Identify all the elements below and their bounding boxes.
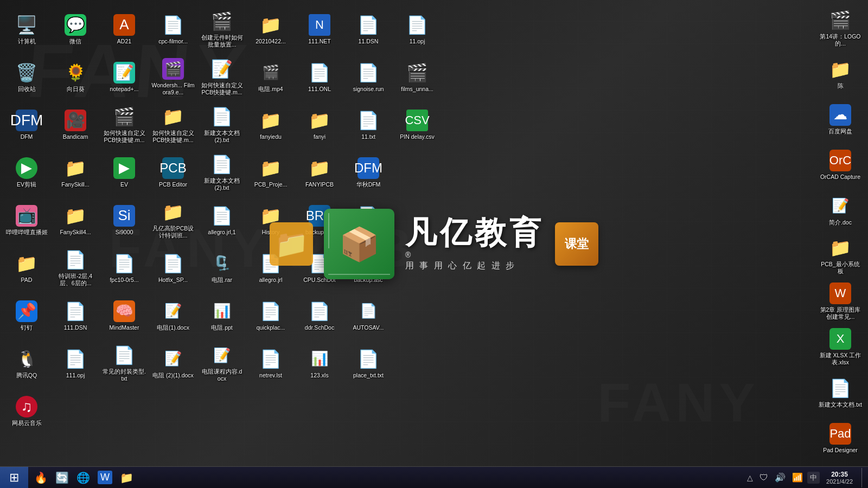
icon-20210422-folder[interactable]: 📁 20210422... <box>247 5 295 53</box>
taskbar-explorer[interactable]: 📁 <box>117 468 137 487</box>
icon-chapter2-doc[interactable]: W 第2章 原理图库创建常见... <box>816 279 864 324</box>
icon-backup-asc[interactable]: 📄 backup.asc <box>344 196 392 244</box>
start-button[interactable]: ⊞ <box>0 467 28 489</box>
icon-111opj[interactable]: 📄 111.opj <box>52 339 99 387</box>
icon-xlsx[interactable]: X 新建 XLSX 工作表.xlsx <box>816 324 864 370</box>
icon-area: 🖥️ 计算机 🗑️ 回收站 DFM DFM ▶ EV剪辑 📺 哔哩哔哩 <box>3 5 816 461</box>
icon-si9000[interactable]: Si Si9000 <box>100 196 148 244</box>
icon-resistor-ppt[interactable]: 📊 电阻.ppt <box>198 292 246 339</box>
icon-col-3: A AD21 📝 notepad+... 🎬 如何快速自定义PCB快捷键.m..… <box>100 5 149 461</box>
icon-hotfix[interactable]: 📄 Hotfix_SP... <box>149 244 197 292</box>
tray-expand[interactable]: △ <box>745 472 755 483</box>
tray-icon2[interactable]: 🔊 <box>773 471 788 484</box>
show-desktop-btn[interactable] <box>861 468 865 487</box>
icon-new-text-3[interactable]: 📄 新建文本文档(2).txt <box>198 149 246 196</box>
icon-netrev[interactable]: 📄 netrev.lst <box>247 339 295 387</box>
taskbar-chrome[interactable]: 🌐 <box>73 468 93 487</box>
icon-cpc-filmor[interactable]: 📄 cpc-filmor... <box>149 5 197 53</box>
icon-pad[interactable]: 📁 PAD <box>3 244 50 292</box>
icon-fanyi-folder[interactable]: 📁 fanyi <box>296 101 343 149</box>
taskbar-app-1[interactable]: 🔥 <box>31 468 51 487</box>
icon-signoise[interactable]: 📄 signoise.run <box>344 53 392 101</box>
icon-films-unna[interactable]: 🎬 films_unna... <box>393 53 441 101</box>
icon-orcad-capture[interactable]: OrC OrCAD Capture <box>816 142 864 188</box>
icon-fanyskill[interactable]: 📁 FanySkill... <box>52 149 99 196</box>
icon-sunflower[interactable]: 🌻 向日葵 <box>52 53 99 101</box>
tray-icon1[interactable]: 🛡 <box>757 472 770 484</box>
taskbar: ⊞ 🔥 🔄 🌐 W 📁 △ 🛡 🔊 📶 中 20:35 202 <box>0 466 868 488</box>
icon-111dsn[interactable]: 📄 111.DSN <box>52 292 99 339</box>
icon-new-text-doc[interactable]: 📄 新建文本文档.txt <box>816 370 864 415</box>
icon-111net[interactable]: N 111.NET <box>296 5 343 53</box>
icon-fpc[interactable]: 📄 fpc10-0r5... <box>100 244 148 292</box>
icon-chen-folder[interactable]: 📁 陈 <box>816 51 864 97</box>
icon-huaqiu-dfm[interactable]: DFM 华秋DFM <box>344 149 392 196</box>
icon-pcb-min-system[interactable]: 📁 PCB_最小系统板 <box>816 233 864 279</box>
icon-11opj[interactable]: 📄 11.opj <box>393 5 441 53</box>
icon-quickplace[interactable]: 📄 quickplac... <box>247 292 295 339</box>
icon-wondersh[interactable]: 🎬 Wondersh... Filmora9.e... <box>149 53 197 101</box>
icon-ad21[interactable]: A AD21 <box>100 5 148 53</box>
icon-mindmaster[interactable]: 🧠 MindMaster <box>100 292 148 339</box>
icon-pcb-shortcut-video[interactable]: 🎬 如何快速自定义PCB快捷键.m... <box>100 101 148 149</box>
clock-date: 2021/4/22 <box>826 478 853 485</box>
taskbar-explorer-icon: 📁 <box>120 471 133 484</box>
icon-resistor-mp4[interactable]: 🎬 电阻.mp4 <box>247 53 295 101</box>
icon-music[interactable]: ♫ 网易云音乐 <box>3 387 50 435</box>
icon-intro-doc[interactable]: 📝 简介.doc <box>816 188 864 233</box>
icon-backup-brd[interactable]: BRD backup.brd <box>296 196 343 244</box>
icon-place-txt[interactable]: 📄 place_txt.txt <box>344 339 392 387</box>
icon-pcb-custom-folder[interactable]: 📁 如何快速自定义PCB快捷键.m... <box>149 101 197 149</box>
icon-ev2[interactable]: ▶ EV <box>100 149 148 196</box>
icon-baidu-pan[interactable]: ☁ 百度网盘 <box>816 97 864 142</box>
taskbar-word-icon: W <box>98 471 112 484</box>
icon-qq[interactable]: 🐧 腾讯QQ <box>3 339 50 387</box>
icon-recycle[interactable]: 🗑️ 回收站 <box>3 53 50 101</box>
icon-dfm[interactable]: DFM DFM <box>3 101 50 149</box>
icon-notepad[interactable]: 📝 notepad+... <box>100 53 148 101</box>
icon-fanyi-pcb-folder[interactable]: 📁 凡亿高阶PCB设计特训班... <box>149 196 197 244</box>
icon-lecture14[interactable]: 🎬 第14讲：LOGO的... <box>816 5 864 51</box>
icon-history-folder[interactable]: 📁 History <box>247 196 295 244</box>
icon-11dsn[interactable]: 📄 11.DSN <box>344 5 392 53</box>
icon-fanyipcb-folder[interactable]: 📁 FANYIPCB <box>296 149 343 196</box>
icon-resistor-doc[interactable]: 📝 电阻(1).docx <box>149 292 197 339</box>
icon-train2[interactable]: 📄 特训班-2层,4层、6层的... <box>52 244 99 292</box>
icon-dingding[interactable]: 📌 钉钉 <box>3 292 50 339</box>
icon-resistor-doc2[interactable]: 📝 电阻 (2)(1).docx <box>149 339 197 387</box>
taskbar-app1-icon: 🔥 <box>34 471 48 484</box>
tray-input-icon[interactable]: 中 <box>807 472 820 484</box>
icon-pad-designer[interactable]: Pad Pad Designer <box>816 415 864 461</box>
icon-pin-delay-csv[interactable]: CSV PIN delay.csv <box>393 101 441 149</box>
icon-computer[interactable]: 🖥️ 计算机 <box>3 5 50 53</box>
icon-resistor-rar[interactable]: 🗜️ 电阻.rar <box>198 244 246 292</box>
icon-fanyiedu-folder[interactable]: 📁 fanyiedu <box>247 101 295 149</box>
icon-bandicam[interactable]: 🎥 Bandicam <box>52 101 99 149</box>
icon-allegro-jrl1[interactable]: 📄 allegro.jrl,1 <box>198 196 246 244</box>
icon-pcb-shortcut-text[interactable]: 📝 如何快速自定义PCB快捷键.m... <box>198 53 246 101</box>
icon-cpu-schematic[interactable]: 📄 backup.asc <box>344 244 392 292</box>
icon-allegro-jrl[interactable]: 📄 allegro.jrl <box>247 244 295 292</box>
tray-network-icon[interactable]: 📶 <box>790 471 805 484</box>
icon-create-element-video[interactable]: 🎬 创建元件时如何批量放置... <box>198 5 246 53</box>
icon-wechat[interactable]: 💬 微信 <box>52 5 99 53</box>
taskbar-clock[interactable]: 20:35 2021/4/22 <box>822 467 857 488</box>
icon-ddr-schdoc[interactable]: 📄 ddr.SchDoc <box>296 292 343 339</box>
icon-new-text-2[interactable]: 📄 新建文本文档(2).txt <box>198 101 246 149</box>
icon-123-xls[interactable]: 📊 123.xls <box>296 339 343 387</box>
icon-pcb-editor[interactable]: PCB PCB Editor <box>149 149 197 196</box>
icon-cpu-schdot[interactable]: 📄 CPU.SchDot <box>296 244 343 292</box>
icon-package-type[interactable]: 📄 常见的封装类型.txt <box>100 339 148 387</box>
icon-col-6: 📁 20210422... 🎬 电阻.mp4 📁 fanyiedu 📁 PCB_… <box>247 5 296 461</box>
taskbar-app-2[interactable]: 🔄 <box>52 468 72 487</box>
icon-bilibili[interactable]: 📺 哔哩哔哩直播姬 <box>3 196 50 244</box>
icon-11txt[interactable]: 📄 11.txt <box>344 101 392 149</box>
icon-ev[interactable]: ▶ EV剪辑 <box>3 149 50 196</box>
taskbar-word[interactable]: W <box>94 468 116 487</box>
icon-resistor-course-doc[interactable]: 📝 电阻课程内容.docx <box>198 339 246 387</box>
icon-autosav[interactable]: 📄 AUTOSAV... <box>344 292 392 339</box>
icon-col-7: N 111.NET 📄 111.ONL 📁 fanyi 📁 FANYIPCB B… <box>296 5 344 461</box>
icon-fanyskill4[interactable]: 📁 FanySkill4... <box>52 196 99 244</box>
icon-pcb-project-folder[interactable]: 📁 PCB_Proje... <box>247 149 295 196</box>
icon-111onl[interactable]: 📄 111.ONL <box>296 53 343 101</box>
